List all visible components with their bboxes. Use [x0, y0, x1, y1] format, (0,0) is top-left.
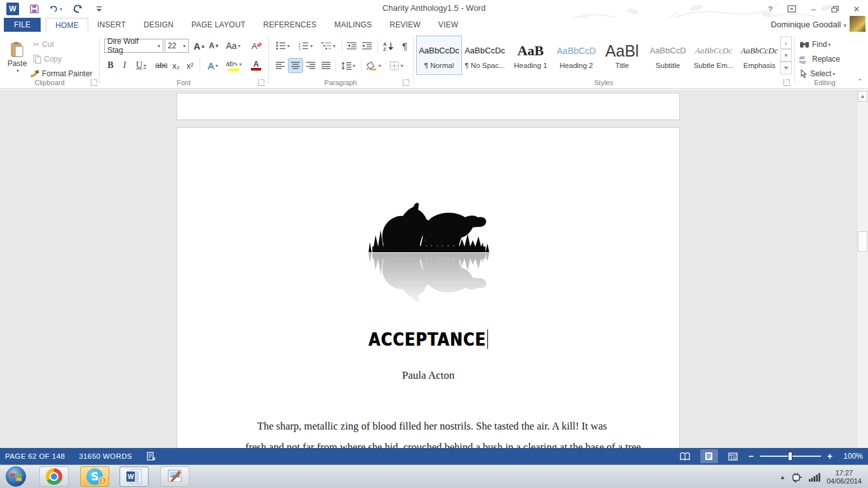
style-title[interactable]: AaBl Title — [600, 36, 644, 74]
wolves-silhouette-image[interactable] — [365, 186, 492, 322]
shading-button[interactable]: ▾ — [363, 58, 384, 72]
align-right-button[interactable] — [304, 58, 318, 72]
align-center-button[interactable] — [288, 58, 302, 72]
word-count[interactable]: 31650 WORDS — [79, 452, 132, 460]
superscript-button[interactable]: x² — [183, 58, 197, 72]
scroll-up-button[interactable]: ▲ — [858, 91, 867, 102]
network-signal-icon[interactable] — [809, 473, 820, 482]
decrease-indent-button[interactable] — [344, 39, 360, 53]
story-title[interactable]: ACCEPTANCE — [177, 329, 680, 350]
read-mode-button[interactable] — [676, 449, 694, 463]
signed-in-user[interactable]: Dominique Goodall▾ — [771, 20, 846, 29]
zoom-slider[interactable] — [760, 456, 821, 457]
tab-review[interactable]: REVIEW — [381, 18, 430, 32]
proofing-errors-icon[interactable] — [146, 452, 156, 461]
taskbar-clock[interactable]: 17:27 04/06/2014 — [827, 469, 864, 485]
style-subtle-emphasis[interactable]: AaBbCcDc Subtle Em... — [691, 36, 736, 74]
align-left-button[interactable] — [273, 58, 287, 72]
taskbar-word-button[interactable]: W — [119, 466, 149, 487]
print-layout-button[interactable] — [700, 449, 718, 463]
zoom-in-button[interactable]: + — [827, 451, 832, 461]
tab-view[interactable]: VIEW — [430, 18, 467, 32]
collapse-ribbon-button[interactable]: ⌃ — [857, 78, 863, 86]
zoom-out-button[interactable]: − — [749, 451, 754, 461]
styles-scroll-down-button[interactable]: ▼ — [780, 49, 792, 62]
body-text-line[interactable]: The sharp, metallic zing of blood filled… — [254, 420, 610, 433]
taskbar-skype-button[interactable]: S 1 — [80, 466, 109, 487]
style-normal[interactable]: AaBbCcDc ¶ Normal — [417, 36, 461, 74]
tab-design[interactable]: DESIGN — [135, 18, 182, 32]
tab-file[interactable]: FILE — [4, 18, 41, 32]
body-text-line-partial[interactable]: fresh and not far from where she hid, cr… — [245, 441, 614, 448]
change-case-button[interactable]: Aa▾ — [224, 39, 243, 53]
tab-references[interactable]: REFERENCES — [254, 18, 325, 32]
bold-button[interactable]: B — [104, 58, 117, 72]
web-layout-button[interactable] — [724, 449, 742, 463]
styles-group-label: Styles — [413, 79, 794, 86]
tab-page-layout[interactable]: PAGE LAYOUT — [182, 18, 254, 32]
editing-group-label: Editing — [794, 79, 855, 86]
borders-button[interactable]: ▾ — [386, 58, 407, 72]
zoom-slider-thumb[interactable] — [788, 452, 792, 461]
find-button[interactable]: Find▾ — [799, 37, 831, 51]
grow-font-button[interactable]: A▲ — [192, 39, 207, 53]
story-author[interactable]: Paula Acton — [177, 369, 680, 382]
strikethrough-button[interactable]: abc — [153, 58, 170, 72]
increase-indent-button[interactable] — [360, 39, 375, 53]
start-button[interactable] — [3, 466, 29, 487]
clear-formatting-button[interactable]: A — [249, 39, 264, 53]
multilevel-list-button[interactable]: ▾ — [319, 39, 338, 53]
sort-button[interactable]: A Z — [380, 39, 397, 53]
paste-button[interactable]: Paste ▾ — [4, 37, 31, 78]
page-indicator[interactable]: PAGE 62 OF 148 — [5, 452, 65, 460]
copy-button[interactable]: Copy — [33, 52, 62, 66]
highlight-color-button[interactable]: ab✎▾ — [224, 58, 244, 72]
taskbar-paint-button[interactable] — [160, 466, 189, 487]
font-size-combo[interactable]: 22▾ — [165, 39, 189, 53]
help-button[interactable]: ? — [761, 2, 779, 16]
shrink-font-button[interactable]: A▼ — [207, 39, 221, 53]
cut-button[interactable]: ✂ Cut — [33, 37, 54, 51]
close-button[interactable]: ✕ — [848, 2, 865, 16]
text-effects-button[interactable]: A▾ — [203, 58, 222, 72]
clipboard-dialog-launcher[interactable] — [91, 79, 98, 86]
power-plug-icon[interactable] — [792, 472, 803, 482]
styles-scroll-up-button[interactable]: ▲ — [780, 36, 792, 49]
line-spacing-button[interactable]: ▾ — [338, 58, 358, 72]
styles-dialog-launcher[interactable] — [783, 79, 790, 86]
justify-button[interactable] — [319, 58, 333, 72]
style-no-spacing[interactable]: AaBbCcDc ¶ No Spac... — [463, 36, 507, 74]
style-heading-1[interactable]: AaB Heading 1 — [508, 36, 553, 74]
underline-button[interactable]: U▾ — [132, 58, 150, 72]
multilevel-list-icon — [322, 41, 332, 50]
numbering-button[interactable]: 1 2 3 ▾ — [296, 39, 315, 53]
minimize-button[interactable]: – — [804, 2, 822, 16]
font-dialog-launcher[interactable] — [258, 79, 265, 86]
replace-button[interactable]: ab ac Replace — [799, 52, 840, 66]
user-avatar[interactable] — [850, 16, 865, 32]
styles-more-button[interactable]: ▼ — [780, 62, 792, 74]
zoom-level[interactable]: 100% — [839, 452, 863, 461]
bullets-button[interactable]: ▾ — [273, 39, 292, 53]
document-canvas[interactable]: ACCEPTANCE Paula Acton The sharp, metall… — [0, 90, 868, 448]
line-spacing-icon — [341, 62, 351, 70]
tab-insert[interactable]: INSERT — [88, 18, 135, 32]
style-emphasis[interactable]: AaBbCcDc Emphasis — [737, 36, 782, 74]
ribbon-display-options-button[interactable] — [783, 2, 801, 16]
style-subtitle[interactable]: AaBbCcD Subtitle — [646, 36, 690, 74]
font-name-combo[interactable]: Dire Wolf Stag▾ — [104, 39, 163, 53]
subscript-button[interactable]: x₂ — [169, 58, 183, 72]
font-color-button[interactable]: A — [247, 58, 266, 72]
italic-button[interactable]: I — [118, 58, 131, 72]
vertical-scrollbar[interactable]: ▲ — [857, 90, 868, 448]
restore-button[interactable] — [826, 2, 844, 16]
tab-mailings[interactable]: MAILINGS — [325, 18, 381, 32]
cut-icon: ✂ — [33, 40, 39, 49]
paragraph-dialog-launcher[interactable] — [403, 79, 410, 86]
show-formatting-marks-button[interactable]: ¶ — [398, 39, 412, 53]
scrollbar-thumb[interactable] — [858, 231, 867, 252]
taskbar-chrome-button[interactable] — [39, 466, 69, 487]
tab-home[interactable]: HOME — [46, 18, 88, 32]
style-heading-2[interactable]: AaBbCcD Heading 2 — [554, 36, 599, 74]
show-hidden-icons-button[interactable]: ▲ — [780, 474, 785, 480]
